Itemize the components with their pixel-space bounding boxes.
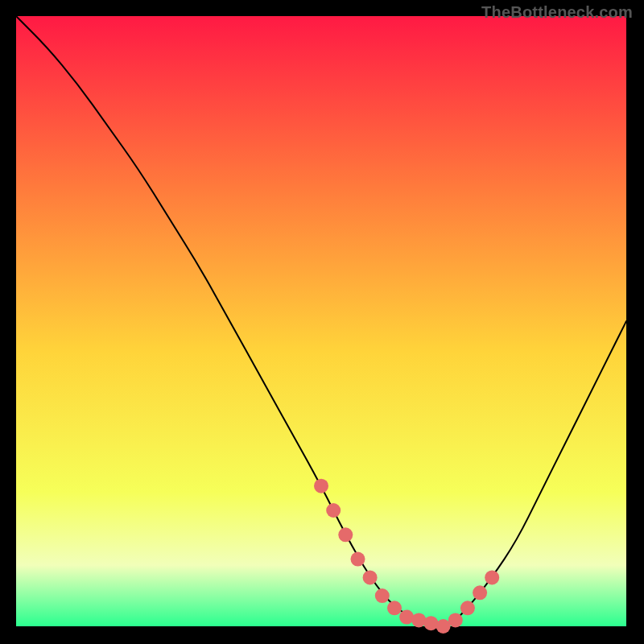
gradient-background (16, 16, 626, 626)
marker-point (399, 610, 414, 625)
marker-point (314, 479, 328, 493)
marker-point (423, 616, 438, 630)
marker-point (375, 588, 390, 603)
marker-point (326, 503, 341, 518)
marker-point (473, 585, 487, 600)
watermark-text: TheBottleneck.com (481, 3, 633, 22)
marker-point (485, 570, 499, 584)
chart-canvas (6, 6, 636, 636)
marker-point (411, 613, 426, 627)
marker-point (351, 552, 365, 567)
marker-point (363, 570, 378, 584)
marker-point (338, 527, 353, 542)
marker-point (460, 601, 475, 615)
marker-point (387, 601, 402, 615)
marker-point (448, 613, 463, 627)
